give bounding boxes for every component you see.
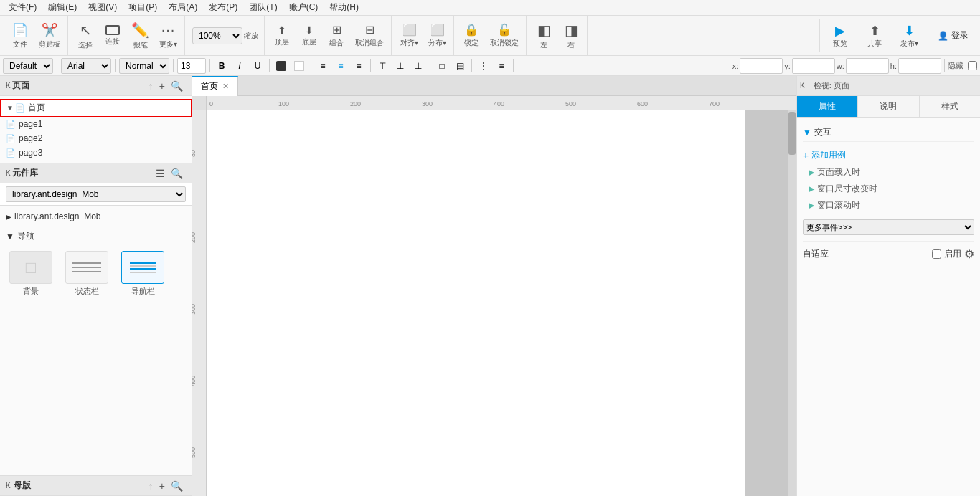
tab-styles[interactable]: 样式 bbox=[920, 96, 980, 117]
vscroll-track[interactable] bbox=[788, 110, 796, 496]
underline-button[interactable]: U bbox=[250, 58, 265, 74]
menu-file[interactable]: 文件(F) bbox=[3, 0, 42, 15]
weight-select[interactable]: Normal bbox=[119, 58, 169, 74]
font-size-input[interactable] bbox=[177, 58, 206, 74]
comp-nav-label[interactable]: ▼ 导航 bbox=[6, 227, 186, 245]
bullet-btn[interactable]: ≡ bbox=[494, 58, 509, 74]
event-resize[interactable]: ▶ 窗口尺寸改变时 bbox=[803, 181, 974, 197]
tool-connect[interactable]: 连接 bbox=[100, 19, 126, 52]
zoom-select[interactable]: 100% 75% 150% bbox=[192, 27, 242, 44]
hidden-checkbox[interactable] bbox=[968, 61, 977, 70]
tool-lock[interactable]: 🔒 锁定 bbox=[458, 19, 484, 52]
vscroll-thumb[interactable] bbox=[788, 112, 796, 155]
tool-unlock[interactable]: 🔓 取消锁定 bbox=[486, 19, 523, 52]
pages-header: K 页面 ↑ + 🔍 bbox=[0, 76, 192, 96]
canvas-scroll-area[interactable]: 0 100 200 300 400 500 600 700 80 200 300… bbox=[192, 96, 796, 496]
tool-right[interactable]: ◨ 右 bbox=[558, 19, 584, 52]
tool-bottom[interactable]: ⬇ 底层 bbox=[296, 19, 322, 52]
status-label: 状态栏 bbox=[75, 286, 99, 297]
page-item-page1[interactable]: 📄 page1 bbox=[0, 117, 192, 131]
font-select[interactable]: Arial bbox=[61, 58, 111, 74]
pages-expand-icon[interactable]: K bbox=[6, 82, 11, 90]
login-button[interactable]: 👤 登录 bbox=[930, 27, 976, 44]
align-left-btn[interactable]: ≡ bbox=[315, 58, 331, 74]
comp-tree-category[interactable]: ▶ library.ant.design_Mob bbox=[6, 209, 186, 224]
tool-clipboard[interactable]: ✂️ 剪贴板 bbox=[34, 19, 65, 52]
sep10 bbox=[513, 59, 514, 72]
page2-icon: 📄 bbox=[6, 134, 16, 143]
italic-button[interactable]: I bbox=[232, 58, 248, 74]
menu-publish[interactable]: 发布(P) bbox=[203, 0, 243, 15]
pages-search-btn[interactable]: 🔍 bbox=[168, 79, 186, 93]
comp-list-btn[interactable]: ☰ bbox=[153, 166, 168, 181]
more-events-select[interactable]: 更多事件>>> bbox=[803, 219, 974, 235]
font-color-btn[interactable] bbox=[273, 58, 289, 74]
menu-project[interactable]: 项目(P) bbox=[123, 0, 163, 15]
tool-ungroup[interactable]: ⊟ 取消组合 bbox=[351, 19, 388, 52]
menu-view[interactable]: 视图(V) bbox=[83, 0, 123, 15]
ruler-h-600: 600 bbox=[637, 100, 648, 108]
pages-add-btn[interactable]: + bbox=[156, 79, 168, 93]
event-scroll[interactable]: ▶ 窗口滚动时 bbox=[803, 197, 974, 214]
tab-properties[interactable]: 属性 bbox=[797, 96, 858, 117]
menu-layout[interactable]: 布局(A) bbox=[163, 0, 203, 15]
page-item-home[interactable]: ▼ 📄 首页 bbox=[0, 99, 192, 117]
tool-new[interactable]: 📄 文件 bbox=[7, 19, 33, 52]
menu-account[interactable]: 账户(C) bbox=[283, 0, 324, 15]
master-title: 母版 bbox=[14, 480, 146, 492]
right-icon: ◨ bbox=[565, 22, 578, 39]
publish-button[interactable]: ⬇ 发布▾ bbox=[895, 19, 923, 52]
comp-title: 元件库 bbox=[12, 167, 153, 179]
canvas-tab-home[interactable]: 首页 ✕ bbox=[192, 76, 238, 96]
library-select[interactable]: library.ant.design_Mob bbox=[6, 186, 186, 202]
event-page-load[interactable]: ▶ 页面载入时 bbox=[803, 164, 974, 181]
comp-thumb-status[interactable]: 状态栏 bbox=[62, 251, 112, 297]
comp-search-btn[interactable]: 🔍 bbox=[168, 166, 186, 181]
tool-distribute[interactable]: ⬜ 分布▾ bbox=[424, 19, 451, 52]
tab-close-btn[interactable]: ✕ bbox=[222, 82, 229, 91]
tool-left[interactable]: ◧ 左 bbox=[531, 19, 557, 52]
valign-middle-btn[interactable]: ⊥ bbox=[392, 58, 408, 74]
adaptive-settings-icon[interactable]: ⚙ bbox=[964, 247, 974, 261]
master-add-btn[interactable]: + bbox=[156, 479, 168, 493]
indent-btn[interactable]: ⋮ bbox=[476, 58, 491, 74]
page-item-page3[interactable]: 📄 page3 bbox=[0, 146, 192, 160]
tool-align[interactable]: ⬜ 对齐▾ bbox=[396, 19, 423, 52]
menu-edit[interactable]: 编辑(E) bbox=[42, 0, 83, 15]
canvas-page[interactable] bbox=[207, 110, 745, 496]
tool-more[interactable]: ··· 更多▾ bbox=[155, 19, 182, 52]
master-search-btn[interactable]: 🔍 bbox=[168, 479, 186, 493]
y-input[interactable] bbox=[792, 58, 835, 74]
valign-top-btn[interactable]: ⊤ bbox=[374, 58, 390, 74]
share-button[interactable]: ⬆ 共享 bbox=[860, 19, 889, 52]
page-item-page2[interactable]: 📄 page2 bbox=[0, 131, 192, 146]
tool-group[interactable]: ⊞ 组合 bbox=[324, 19, 349, 52]
fill-btn[interactable]: ▤ bbox=[452, 58, 468, 74]
align-center-btn[interactable]: ≡ bbox=[333, 58, 349, 74]
ruler-horizontal: 0 100 200 300 400 500 600 700 bbox=[207, 96, 796, 110]
tab-notes[interactable]: 说明 bbox=[858, 96, 919, 117]
border-btn[interactable]: □ bbox=[434, 58, 450, 74]
preview-button[interactable]: ▶ 预览 bbox=[826, 19, 854, 52]
tool-pen[interactable]: ✏️ 报笔 bbox=[127, 19, 154, 52]
pages-export-btn[interactable]: ↑ bbox=[146, 79, 156, 93]
tool-select[interactable]: ↖ 选择 bbox=[72, 19, 98, 52]
add-use-case-btn[interactable]: + 添加用例 bbox=[803, 146, 974, 164]
bold-button[interactable]: B bbox=[214, 58, 230, 74]
comp-thumb-nav[interactable]: 导航栏 bbox=[118, 251, 168, 297]
valign-bottom-btn[interactable]: ⊥ bbox=[410, 58, 426, 74]
style-select[interactable]: Default bbox=[3, 58, 53, 74]
home-expand-icon[interactable]: ▼ bbox=[6, 104, 14, 112]
adaptive-checkbox[interactable] bbox=[932, 249, 941, 259]
h-input[interactable] bbox=[898, 58, 941, 74]
comp-thumb-bg[interactable]: □ 背景 bbox=[6, 251, 56, 297]
w-input[interactable] bbox=[846, 58, 889, 74]
align-right-btn[interactable]: ≡ bbox=[351, 58, 367, 74]
event-label-1: 页面载入时 bbox=[817, 166, 860, 178]
menu-help[interactable]: 帮助(H) bbox=[324, 0, 364, 15]
master-export-btn[interactable]: ↑ bbox=[146, 479, 156, 493]
menu-team[interactable]: 团队(T) bbox=[243, 0, 283, 15]
bg-color-btn[interactable] bbox=[291, 58, 307, 74]
tool-top[interactable]: ⬆ 顶层 bbox=[269, 19, 295, 52]
x-input[interactable] bbox=[740, 58, 783, 74]
